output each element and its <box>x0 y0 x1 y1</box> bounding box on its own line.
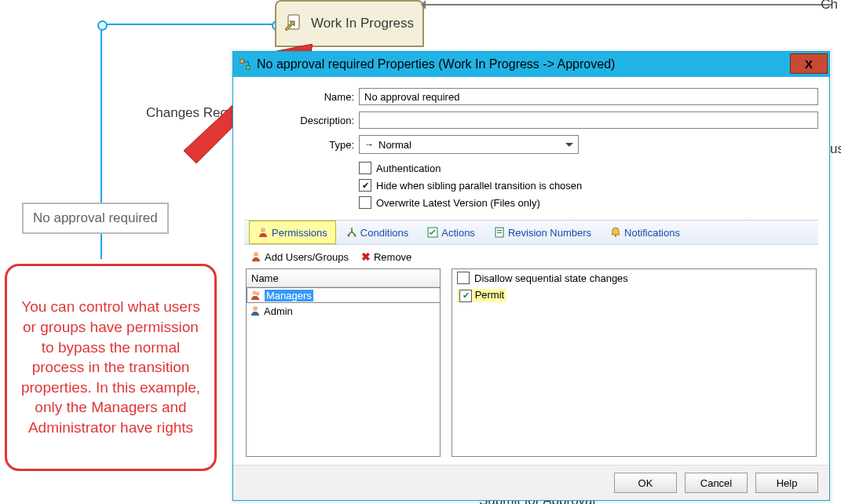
rights-list: Disallow sequential state changes Permit <box>452 268 817 457</box>
list-item-label: Managers <box>265 290 313 301</box>
authentication-label: Authentication <box>376 163 441 174</box>
overwrite-label: Overwrite Latest Version (Files only) <box>376 197 540 209</box>
svg-rect-9 <box>497 230 502 231</box>
arrow-right-icon: → <box>364 139 374 150</box>
close-icon: X <box>805 57 813 71</box>
authentication-checkbox[interactable] <box>359 162 371 174</box>
type-label: Type: <box>244 139 359 151</box>
users-list[interactable]: Name Managers Admin <box>246 268 441 457</box>
svg-point-12 <box>254 252 258 257</box>
group-icon <box>250 290 261 301</box>
workflow-connector <box>101 24 276 25</box>
tab-label: Notifications <box>624 227 680 239</box>
workflow-state-label: Work In Progress <box>311 16 414 31</box>
list-item-label: Admin <box>264 305 293 317</box>
dialog-title: No approval required Properties (Work In… <box>257 57 615 71</box>
dialog-titlebar[interactable]: No approval required Properties (Work In… <box>233 52 829 77</box>
document-icon <box>494 227 505 238</box>
document-arrow-icon <box>283 13 305 35</box>
users-list-header[interactable]: Name <box>247 269 440 287</box>
svg-point-5 <box>347 235 349 237</box>
transition-label-changes: Changes Req <box>146 105 228 121</box>
description-input[interactable] <box>359 111 818 129</box>
name-input[interactable] <box>359 88 818 105</box>
disallow-option[interactable]: Disallow sequential state changes <box>452 269 816 287</box>
ok-button[interactable]: OK <box>614 473 677 493</box>
svg-point-11 <box>615 235 616 236</box>
tab-revision-numbers[interactable]: Revision Numbers <box>485 221 600 244</box>
list-item[interactable]: Managers <box>247 287 441 303</box>
workflow-handle[interactable] <box>97 20 108 31</box>
user-icon <box>250 305 261 316</box>
remove-label: Remove <box>374 251 411 263</box>
disallow-checkbox[interactable] <box>457 272 470 284</box>
transition-label-noapproval[interactable]: No approval required <box>22 203 169 234</box>
svg-point-4 <box>261 228 265 232</box>
permit-label: Permit <box>475 289 505 301</box>
user-icon <box>258 227 269 238</box>
help-button[interactable]: Help <box>755 473 818 493</box>
add-users-button[interactable]: Add Users/Groups <box>250 251 349 263</box>
truncated-label: us <box>830 141 841 157</box>
svg-point-15 <box>253 306 258 311</box>
dialog-footer: OK Cancel Help <box>233 465 829 500</box>
workflow-canvas: Work In Progress Ch us Changes Req No ap… <box>0 0 841 504</box>
overwrite-checkbox[interactable] <box>359 196 371 209</box>
svg-point-6 <box>353 235 356 237</box>
cancel-button[interactable]: Cancel <box>685 473 748 493</box>
type-select[interactable]: → Normal <box>359 135 579 154</box>
user-icon <box>250 251 261 262</box>
transition-icon <box>240 59 250 70</box>
tab-permissions[interactable]: Permissions <box>249 221 336 244</box>
hide-sibling-checkbox[interactable] <box>359 179 371 192</box>
workflow-incoming-arrow <box>424 4 832 5</box>
annotation-callout: You can control what users or groups hav… <box>5 264 217 471</box>
svg-rect-2 <box>240 60 243 63</box>
tab-label: Permissions <box>272 227 327 239</box>
permit-checkbox[interactable] <box>459 290 472 302</box>
hide-sibling-label: Hide when sibling parallel transition is… <box>376 180 582 192</box>
tab-label: Conditions <box>360 227 408 239</box>
dialog-body: Name: Description: Type: → Normal Authen… <box>233 77 829 465</box>
disallow-label: Disallow sequential state changes <box>474 272 628 284</box>
permit-option[interactable]: Permit <box>452 287 816 305</box>
tab-conditions[interactable]: Conditions <box>338 221 417 244</box>
workflow-state-wip[interactable]: Work In Progress <box>275 0 424 47</box>
checklist-icon <box>427 227 438 238</box>
permissions-panel: Name Managers Admin <box>244 268 818 457</box>
branch-icon <box>346 227 357 238</box>
close-button[interactable]: X <box>790 53 828 74</box>
svg-point-14 <box>256 292 260 296</box>
add-users-label: Add Users/Groups <box>265 251 349 263</box>
list-item[interactable]: Admin <box>247 303 440 319</box>
name-label: Name: <box>244 91 359 103</box>
svg-rect-10 <box>497 232 502 233</box>
x-icon: ✖ <box>361 250 371 263</box>
tab-notifications[interactable]: Notifications <box>601 221 689 244</box>
tab-bar: Permissions Conditions Actions <box>244 220 818 245</box>
remove-button[interactable]: ✖ Remove <box>361 250 411 263</box>
annotation-text: You can control what users or groups hav… <box>20 297 202 437</box>
svg-rect-3 <box>247 66 250 69</box>
type-value: Normal <box>378 139 411 151</box>
bell-icon <box>610 227 621 238</box>
truncated-label: Ch <box>821 0 838 13</box>
tab-actions[interactable]: Actions <box>419 221 484 244</box>
tab-label: Actions <box>441 227 475 239</box>
transition-properties-dialog: No approval required Properties (Work In… <box>232 51 830 501</box>
description-label: Description: <box>244 115 359 126</box>
tab-label: Revision Numbers <box>508 227 591 239</box>
users-toolbar: Add Users/Groups ✖ Remove <box>244 245 818 268</box>
